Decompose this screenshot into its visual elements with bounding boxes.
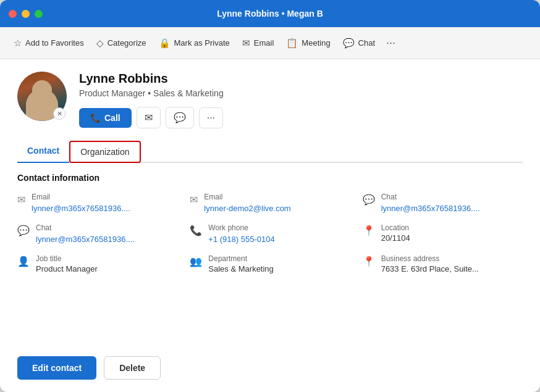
- field-email2: ✉ Email lynner-demo2@live.com: [190, 193, 350, 214]
- chat-action-icon: 💬: [174, 112, 186, 123]
- field-chat1-label: Chat: [36, 223, 135, 232]
- minimize-button[interactable]: [22, 10, 30, 18]
- field-jobtitle-icon: 👤: [17, 256, 30, 267]
- email-label: Email: [254, 38, 274, 48]
- toolbar-add-to-favorites[interactable]: ☆ Add to Favorites: [7, 34, 90, 52]
- tab-contact[interactable]: Contact: [17, 141, 69, 163]
- chat-icon: 💬: [343, 38, 355, 49]
- field-chat2-label: Chat: [381, 193, 480, 201]
- toolbar-chat[interactable]: 💬 Chat: [337, 34, 381, 52]
- field-email1-label: Email: [32, 193, 130, 201]
- field-email2-label: Email: [204, 193, 290, 201]
- edit-contact-button[interactable]: Edit contact: [17, 356, 96, 380]
- footer-actions: Edit contact Delete: [17, 341, 523, 380]
- maximize-button[interactable]: [35, 10, 43, 18]
- field-address-value: 7633 E. 63rd Place, Suite...: [381, 264, 479, 273]
- field-chat2-icon: 💬: [363, 194, 375, 206]
- meeting-icon: 📋: [286, 38, 298, 49]
- field-phone-icon: 📞: [190, 225, 202, 236]
- phone-icon: 📞: [90, 113, 101, 123]
- meeting-label: Meeting: [302, 38, 330, 48]
- avatar-badge: ✕: [53, 107, 65, 120]
- field-dept-label: Department: [208, 254, 274, 263]
- section-title: Contact information: [17, 173, 523, 183]
- field-location: 📍 Location 20/1104: [363, 223, 523, 244]
- field-dept-icon: 👥: [190, 256, 202, 267]
- field-phone-label: Work phone: [208, 223, 274, 232]
- tab-organization[interactable]: Organization: [69, 141, 140, 163]
- contact-info-section: Contact information ✉ Email lynner@m365x…: [17, 173, 523, 273]
- field-address-label: Business address: [381, 254, 479, 263]
- delete-button[interactable]: Delete: [104, 356, 161, 380]
- more-action-icon: ···: [207, 112, 215, 123]
- tab-bar: Contact Organization: [17, 141, 523, 163]
- chat-label: Chat: [358, 38, 375, 48]
- field-chat2: 💬 Chat lynner@m365x76581936....: [363, 193, 523, 214]
- field-location-label: Location: [381, 223, 410, 232]
- field-chat1: 💬 Chat lynner@m365x76581936....: [17, 223, 177, 244]
- profile-actions: 📞 Call ✉ 💬 ···: [79, 107, 523, 128]
- chat-action-button[interactable]: 💬: [166, 107, 194, 128]
- favorites-label: Add to Favorites: [25, 38, 84, 48]
- field-chat1-icon: 💬: [17, 225, 30, 236]
- title-bar: Lynne Robbins • Megan B: [0, 0, 540, 27]
- toolbar: ☆ Add to Favorites ◇ Categorize 🔒 Mark a…: [0, 27, 540, 59]
- field-jobtitle-value: Product Manager: [36, 264, 98, 273]
- categorize-label: Categorize: [108, 38, 146, 48]
- window-title: Lynne Robbins • Megan B: [217, 9, 323, 19]
- call-button[interactable]: 📞 Call: [79, 108, 132, 128]
- private-label: Mark as Private: [174, 38, 230, 48]
- field-location-value: 20/1104: [381, 233, 410, 243]
- profile-name: Lynne Robbins: [79, 72, 523, 86]
- categorize-icon: ◇: [96, 38, 104, 49]
- profile-info: Lynne Robbins Product Manager • Sales & …: [79, 72, 523, 128]
- toolbar-meeting[interactable]: 📋 Meeting: [280, 34, 336, 52]
- toolbar-email[interactable]: ✉ Email: [236, 34, 281, 52]
- main-window: Lynne Robbins • Megan B ☆ Add to Favorit…: [0, 0, 540, 392]
- more-action-button[interactable]: ···: [199, 107, 223, 128]
- field-location-icon: 📍: [363, 225, 375, 236]
- field-work-phone: 📞 Work phone +1 (918) 555-0104: [190, 223, 350, 244]
- avatar-wrap: ✕: [17, 72, 67, 121]
- email-action-button[interactable]: ✉: [137, 107, 161, 128]
- field-email2-icon: ✉: [190, 194, 198, 206]
- email-icon: ✉: [242, 38, 250, 49]
- toolbar-categorize[interactable]: ◇ Categorize: [90, 34, 153, 52]
- content-area: ✕ Lynne Robbins Product Manager • Sales …: [0, 59, 540, 392]
- toolbar-more-button[interactable]: ···: [381, 33, 400, 53]
- field-email1-icon: ✉: [17, 194, 25, 206]
- field-jobtitle-label: Job title: [36, 254, 98, 263]
- profile-section: ✕ Lynne Robbins Product Manager • Sales …: [17, 72, 523, 128]
- field-chat1-value[interactable]: lynner@m365x76581936....: [36, 235, 135, 244]
- lock-icon: 🔒: [159, 38, 171, 49]
- field-phone-value[interactable]: +1 (918) 555-0104: [208, 235, 274, 244]
- toolbar-mark-as-private[interactable]: 🔒 Mark as Private: [153, 34, 236, 52]
- field-job-title: 👤 Job title Product Manager: [17, 254, 177, 273]
- contact-grid: ✉ Email lynner@m365x76581936.... ✉ Email…: [17, 193, 523, 273]
- field-email2-value[interactable]: lynner-demo2@live.com: [204, 204, 290, 213]
- email-action-icon: ✉: [145, 112, 153, 123]
- field-email1-value[interactable]: lynner@m365x76581936....: [32, 204, 130, 213]
- field-department: 👥 Department Sales & Marketing: [190, 254, 350, 273]
- field-chat2-value[interactable]: lynner@m365x76581936....: [381, 204, 480, 213]
- field-address-icon: 📍: [363, 256, 375, 267]
- field-dept-value: Sales & Marketing: [208, 264, 274, 273]
- field-business-address: 📍 Business address 7633 E. 63rd Place, S…: [363, 254, 523, 273]
- close-button[interactable]: [9, 10, 17, 18]
- favorites-icon: ☆: [14, 38, 22, 49]
- profile-role: Product Manager • Sales & Marketing: [79, 88, 523, 98]
- window-controls: [9, 10, 43, 18]
- field-email1: ✉ Email lynner@m365x76581936....: [17, 193, 177, 214]
